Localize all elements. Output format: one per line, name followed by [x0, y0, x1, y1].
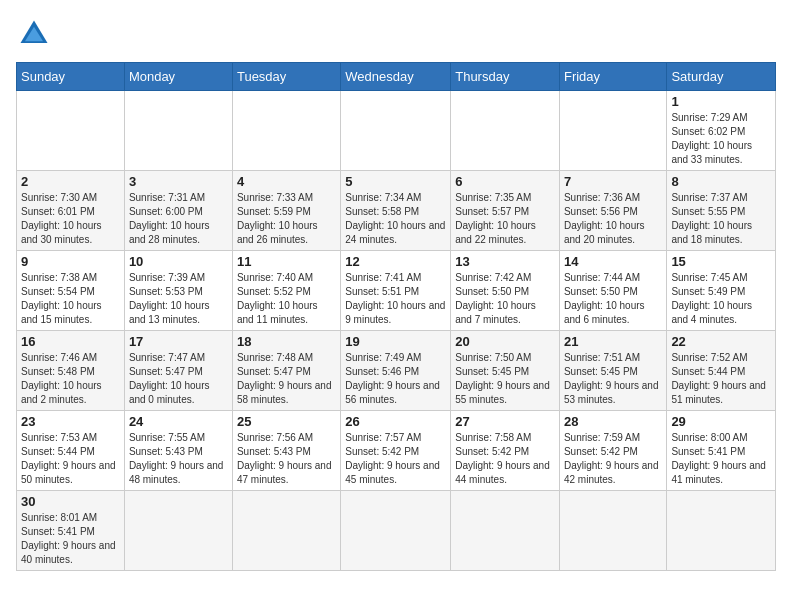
- day-info: Sunrise: 7:37 AM Sunset: 5:55 PM Dayligh…: [671, 191, 771, 247]
- calendar-table: SundayMondayTuesdayWednesdayThursdayFrid…: [16, 62, 776, 571]
- calendar-cell: 23Sunrise: 7:53 AM Sunset: 5:44 PM Dayli…: [17, 411, 125, 491]
- day-info: Sunrise: 7:59 AM Sunset: 5:42 PM Dayligh…: [564, 431, 662, 487]
- day-number: 25: [237, 414, 336, 429]
- calendar-cell: [232, 491, 340, 571]
- calendar-cell: 13Sunrise: 7:42 AM Sunset: 5:50 PM Dayli…: [451, 251, 560, 331]
- calendar-cell: [124, 491, 232, 571]
- day-number: 18: [237, 334, 336, 349]
- day-info: Sunrise: 7:31 AM Sunset: 6:00 PM Dayligh…: [129, 191, 228, 247]
- calendar-cell: 7Sunrise: 7:36 AM Sunset: 5:56 PM Daylig…: [559, 171, 666, 251]
- calendar-cell: [341, 491, 451, 571]
- calendar-cell: 4Sunrise: 7:33 AM Sunset: 5:59 PM Daylig…: [232, 171, 340, 251]
- day-info: Sunrise: 7:39 AM Sunset: 5:53 PM Dayligh…: [129, 271, 228, 327]
- weekday-header: Saturday: [667, 63, 776, 91]
- calendar-cell: 16Sunrise: 7:46 AM Sunset: 5:48 PM Dayli…: [17, 331, 125, 411]
- header: [16, 16, 776, 52]
- weekday-header: Friday: [559, 63, 666, 91]
- logo: [16, 16, 56, 52]
- calendar-week-row: 23Sunrise: 7:53 AM Sunset: 5:44 PM Dayli…: [17, 411, 776, 491]
- day-info: Sunrise: 7:35 AM Sunset: 5:57 PM Dayligh…: [455, 191, 555, 247]
- day-info: Sunrise: 7:46 AM Sunset: 5:48 PM Dayligh…: [21, 351, 120, 407]
- day-number: 28: [564, 414, 662, 429]
- calendar-cell: [124, 91, 232, 171]
- calendar-cell: 27Sunrise: 7:58 AM Sunset: 5:42 PM Dayli…: [451, 411, 560, 491]
- day-number: 12: [345, 254, 446, 269]
- day-number: 15: [671, 254, 771, 269]
- calendar-cell: [341, 91, 451, 171]
- calendar-cell: [232, 91, 340, 171]
- calendar-cell: 10Sunrise: 7:39 AM Sunset: 5:53 PM Dayli…: [124, 251, 232, 331]
- calendar-cell: 11Sunrise: 7:40 AM Sunset: 5:52 PM Dayli…: [232, 251, 340, 331]
- calendar-cell: [559, 491, 666, 571]
- day-info: Sunrise: 7:55 AM Sunset: 5:43 PM Dayligh…: [129, 431, 228, 487]
- day-number: 5: [345, 174, 446, 189]
- calendar-week-row: 1Sunrise: 7:29 AM Sunset: 6:02 PM Daylig…: [17, 91, 776, 171]
- calendar-cell: 19Sunrise: 7:49 AM Sunset: 5:46 PM Dayli…: [341, 331, 451, 411]
- calendar-cell: [17, 91, 125, 171]
- calendar-cell: 12Sunrise: 7:41 AM Sunset: 5:51 PM Dayli…: [341, 251, 451, 331]
- day-info: Sunrise: 7:56 AM Sunset: 5:43 PM Dayligh…: [237, 431, 336, 487]
- day-number: 10: [129, 254, 228, 269]
- calendar-cell: 2Sunrise: 7:30 AM Sunset: 6:01 PM Daylig…: [17, 171, 125, 251]
- calendar-body: 1Sunrise: 7:29 AM Sunset: 6:02 PM Daylig…: [17, 91, 776, 571]
- calendar-cell: 8Sunrise: 7:37 AM Sunset: 5:55 PM Daylig…: [667, 171, 776, 251]
- calendar-cell: 5Sunrise: 7:34 AM Sunset: 5:58 PM Daylig…: [341, 171, 451, 251]
- day-info: Sunrise: 7:58 AM Sunset: 5:42 PM Dayligh…: [455, 431, 555, 487]
- weekday-header: Sunday: [17, 63, 125, 91]
- calendar-cell: 29Sunrise: 8:00 AM Sunset: 5:41 PM Dayli…: [667, 411, 776, 491]
- weekday-header: Tuesday: [232, 63, 340, 91]
- day-number: 6: [455, 174, 555, 189]
- day-info: Sunrise: 7:36 AM Sunset: 5:56 PM Dayligh…: [564, 191, 662, 247]
- day-number: 11: [237, 254, 336, 269]
- calendar-cell: 14Sunrise: 7:44 AM Sunset: 5:50 PM Dayli…: [559, 251, 666, 331]
- calendar-cell: 28Sunrise: 7:59 AM Sunset: 5:42 PM Dayli…: [559, 411, 666, 491]
- weekday-row: SundayMondayTuesdayWednesdayThursdayFrid…: [17, 63, 776, 91]
- calendar-cell: [451, 91, 560, 171]
- day-info: Sunrise: 7:48 AM Sunset: 5:47 PM Dayligh…: [237, 351, 336, 407]
- calendar-cell: 25Sunrise: 7:56 AM Sunset: 5:43 PM Dayli…: [232, 411, 340, 491]
- day-info: Sunrise: 7:57 AM Sunset: 5:42 PM Dayligh…: [345, 431, 446, 487]
- day-info: Sunrise: 7:49 AM Sunset: 5:46 PM Dayligh…: [345, 351, 446, 407]
- day-number: 23: [21, 414, 120, 429]
- day-info: Sunrise: 7:53 AM Sunset: 5:44 PM Dayligh…: [21, 431, 120, 487]
- weekday-header: Thursday: [451, 63, 560, 91]
- day-number: 24: [129, 414, 228, 429]
- calendar-week-row: 30Sunrise: 8:01 AM Sunset: 5:41 PM Dayli…: [17, 491, 776, 571]
- weekday-header: Monday: [124, 63, 232, 91]
- calendar-cell: 6Sunrise: 7:35 AM Sunset: 5:57 PM Daylig…: [451, 171, 560, 251]
- calendar-week-row: 2Sunrise: 7:30 AM Sunset: 6:01 PM Daylig…: [17, 171, 776, 251]
- calendar-header: SundayMondayTuesdayWednesdayThursdayFrid…: [17, 63, 776, 91]
- day-info: Sunrise: 7:34 AM Sunset: 5:58 PM Dayligh…: [345, 191, 446, 247]
- calendar-cell: 20Sunrise: 7:50 AM Sunset: 5:45 PM Dayli…: [451, 331, 560, 411]
- day-number: 3: [129, 174, 228, 189]
- day-number: 1: [671, 94, 771, 109]
- calendar-cell: 21Sunrise: 7:51 AM Sunset: 5:45 PM Dayli…: [559, 331, 666, 411]
- day-number: 20: [455, 334, 555, 349]
- calendar-cell: 18Sunrise: 7:48 AM Sunset: 5:47 PM Dayli…: [232, 331, 340, 411]
- day-number: 8: [671, 174, 771, 189]
- day-info: Sunrise: 7:47 AM Sunset: 5:47 PM Dayligh…: [129, 351, 228, 407]
- day-info: Sunrise: 7:44 AM Sunset: 5:50 PM Dayligh…: [564, 271, 662, 327]
- day-info: Sunrise: 8:00 AM Sunset: 5:41 PM Dayligh…: [671, 431, 771, 487]
- day-number: 2: [21, 174, 120, 189]
- day-info: Sunrise: 7:38 AM Sunset: 5:54 PM Dayligh…: [21, 271, 120, 327]
- day-number: 17: [129, 334, 228, 349]
- day-number: 13: [455, 254, 555, 269]
- calendar-cell: 24Sunrise: 7:55 AM Sunset: 5:43 PM Dayli…: [124, 411, 232, 491]
- day-number: 14: [564, 254, 662, 269]
- calendar-cell: 17Sunrise: 7:47 AM Sunset: 5:47 PM Dayli…: [124, 331, 232, 411]
- calendar-cell: 26Sunrise: 7:57 AM Sunset: 5:42 PM Dayli…: [341, 411, 451, 491]
- calendar-cell: 1Sunrise: 7:29 AM Sunset: 6:02 PM Daylig…: [667, 91, 776, 171]
- day-number: 16: [21, 334, 120, 349]
- calendar-cell: 22Sunrise: 7:52 AM Sunset: 5:44 PM Dayli…: [667, 331, 776, 411]
- day-number: 27: [455, 414, 555, 429]
- calendar-week-row: 9Sunrise: 7:38 AM Sunset: 5:54 PM Daylig…: [17, 251, 776, 331]
- day-number: 19: [345, 334, 446, 349]
- day-number: 26: [345, 414, 446, 429]
- day-info: Sunrise: 7:50 AM Sunset: 5:45 PM Dayligh…: [455, 351, 555, 407]
- calendar-cell: [667, 491, 776, 571]
- calendar-cell: 3Sunrise: 7:31 AM Sunset: 6:00 PM Daylig…: [124, 171, 232, 251]
- day-info: Sunrise: 7:51 AM Sunset: 5:45 PM Dayligh…: [564, 351, 662, 407]
- day-number: 21: [564, 334, 662, 349]
- calendar-cell: [451, 491, 560, 571]
